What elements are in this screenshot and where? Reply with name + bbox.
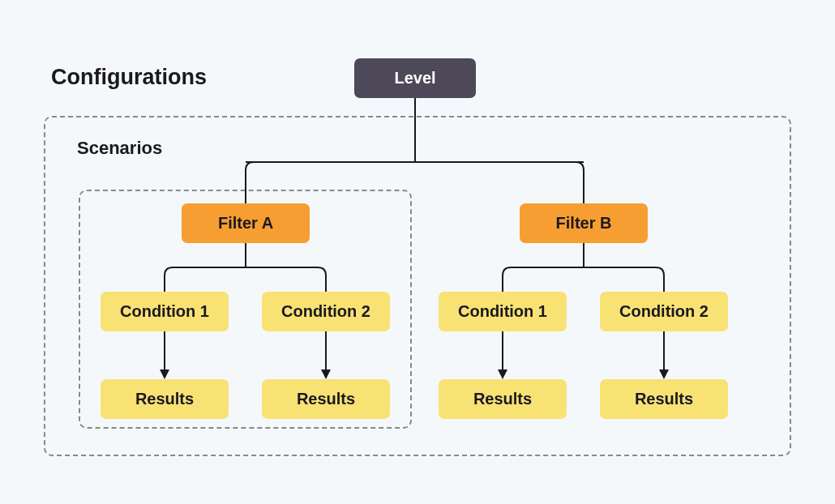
node-condition-b1: Condition 1 [439, 292, 567, 331]
node-results-b1: Results [439, 379, 567, 419]
node-results-a1: Results [101, 379, 229, 419]
node-filter-b: Filter B [520, 203, 648, 243]
node-results-a2: Results [262, 379, 390, 419]
node-condition-b2: Condition 2 [600, 292, 728, 331]
node-condition-a2: Condition 2 [262, 292, 390, 331]
node-filter-a: Filter A [182, 203, 310, 243]
configurations-heading: Configurations [51, 65, 207, 90]
node-level: Level [354, 58, 476, 98]
diagram-canvas: Configurations Scenarios Level Filter A … [0, 0, 835, 504]
node-condition-a1: Condition 1 [101, 292, 229, 331]
node-results-b2: Results [600, 379, 728, 419]
scenarios-heading: Scenarios [77, 138, 162, 159]
